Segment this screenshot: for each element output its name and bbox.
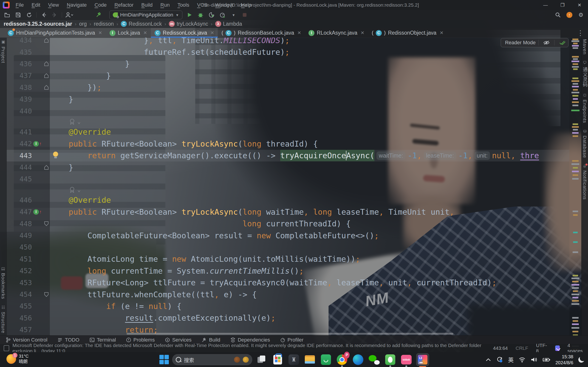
profiler-button[interactable] [219, 11, 226, 19]
toolwindow-button-build[interactable]: Build [202, 337, 220, 343]
menu-item-navigate[interactable]: Navigate [67, 2, 87, 8]
tab-close-icon[interactable]: ✕ [143, 30, 147, 35]
close-button[interactable]: ✕ [571, 0, 588, 10]
menu-item-refactor[interactable]: Refactor [114, 2, 133, 8]
toolwindow-button-terminal[interactable]: Terminal [90, 337, 116, 343]
taskbar-app-game-launcher[interactable]: ♜ [288, 353, 300, 366]
taskbar-app-task-view[interactable] [255, 353, 268, 366]
taskbar-clock[interactable]: 15:38 2024/8/6 [555, 354, 573, 366]
settings-gear-icon[interactable]: ⚙ [577, 11, 585, 19]
ime-indicator[interactable]: 英 [508, 356, 514, 364]
fold-marker-icon[interactable] [43, 38, 50, 43]
fold-marker-icon[interactable] [43, 85, 50, 90]
fold-marker-icon[interactable] [43, 61, 50, 67]
caret-position[interactable]: 443:64 [493, 345, 508, 351]
run-button[interactable] [186, 11, 193, 19]
sidebar-item-project[interactable]: Project [0, 47, 6, 63]
taskbar-app-edge[interactable] [352, 353, 364, 366]
breadcrumb-item-redisson-3-25-2-sources-jar[interactable]: redisson-3.25.2-sources.jar [4, 21, 72, 27]
sidebar-item-endpoints[interactable]: ⛋Endpoints [582, 93, 588, 123]
sync-status-icon[interactable] [496, 357, 503, 363]
sync-icon[interactable] [25, 11, 33, 19]
toolwindow-button-services[interactable]: Services [165, 337, 191, 343]
tab-close-icon[interactable]: ✕ [440, 30, 443, 35]
code-editor[interactable]: 434}, ttl, TimeUnit.MILLISECONDS);435fut… [7, 38, 569, 336]
line-ending-indicator[interactable]: CRLF [516, 345, 528, 351]
hidden-icons-chevron-icon[interactable] [485, 358, 491, 361]
menu-item-tools[interactable]: Tools [178, 2, 189, 8]
accept-checkmark-icon[interactable] [557, 39, 567, 46]
sidebar-item-bookmarks[interactable]: 🕮Bookmarks [0, 267, 6, 299]
breadcrumb-item-redissonlock[interactable]: CRedissonLock [121, 21, 162, 27]
update-available-icon[interactable]: ↑ [566, 12, 572, 18]
open-icon[interactable] [3, 11, 11, 19]
tab-redissonbaselock-java[interactable]: (C)RedissonBaseLock.java✕ [218, 28, 305, 38]
tab-close-icon[interactable]: ✕ [210, 30, 214, 35]
menu-item-run[interactable]: Run [160, 2, 170, 8]
taskbar-app-file-explorer[interactable] [304, 353, 316, 366]
breadcrumb-item-redisson[interactable]: redisson [94, 21, 114, 27]
plugin-status-icon[interactable] [555, 345, 560, 351]
tab-redissonlock-java[interactable]: CRedissonLock.java✕ [151, 28, 218, 38]
toolwindow-button-problems[interactable]: Problems [126, 337, 155, 343]
start-button[interactable] [159, 355, 169, 365]
sidebar-item-maven[interactable]: Maven [582, 39, 588, 55]
menu-item-code[interactable]: Code [95, 2, 107, 8]
user-profile-icon[interactable] [65, 11, 73, 19]
horizontal-scrollbar[interactable] [127, 333, 453, 335]
save-icon[interactable] [14, 11, 22, 19]
sidebar-item-database[interactable]: ⛁Database [582, 129, 588, 158]
taskbar-app-green-v-app[interactable]: ◡ [320, 353, 332, 366]
toolwindow-button-profiler[interactable]: Profiler [280, 337, 304, 343]
breadcrumb-item-org[interactable]: org [79, 21, 87, 27]
toolwindow-button-dependencies[interactable]: Dependencies [230, 337, 270, 343]
menu-item-view[interactable]: View [48, 2, 59, 8]
rendered-doc-toggle-icon[interactable]: ⌄ [69, 186, 81, 193]
forward-icon[interactable] [51, 11, 59, 19]
battery-icon[interactable] [543, 357, 550, 362]
rendered-doc-toggle-icon[interactable]: ⌄ [69, 118, 81, 125]
tab-rlockasync-java[interactable]: IRLockAsync.java✕ [305, 28, 368, 38]
do-not-disturb-moon-icon[interactable] [578, 356, 585, 363]
overriding-method-icon[interactable]: I↑ [32, 141, 43, 147]
sidebar-item-ai[interactable]: 🗩通义灵码 [581, 60, 588, 87]
tab-lock-java[interactable]: ILock.java✕ [106, 28, 151, 38]
fold-marker-icon[interactable] [43, 221, 50, 226]
taskbar-search[interactable]: 搜索 [172, 354, 252, 365]
sidebar-item-structure[interactable]: ☷Structure [0, 305, 6, 333]
menu-item-edit[interactable]: Edit [32, 2, 40, 8]
fold-marker-icon[interactable] [43, 292, 50, 297]
tab-close-icon[interactable]: ✕ [297, 30, 301, 35]
debug-button[interactable] [197, 11, 204, 19]
run-coverage-button[interactable] [208, 11, 216, 19]
search-everywhere-icon[interactable] [554, 11, 562, 19]
taskbar-app-chrome[interactable]: P [336, 353, 348, 366]
menu-item-build[interactable]: Build [141, 2, 153, 8]
menu-item-file[interactable]: File [16, 2, 24, 8]
wifi-icon[interactable] [519, 357, 526, 362]
error-stripe[interactable] [569, 38, 581, 336]
tab-hmdianpingapplicationtests-java[interactable]: CHmDianPingApplicationTests.java✕ [4, 28, 106, 38]
intention-bulb-icon[interactable] [52, 152, 59, 158]
notification-square-icon[interactable] [4, 345, 9, 351]
taskbar-app-bird-app[interactable] [384, 353, 397, 366]
taskbar-app-wechat[interactable] [368, 353, 380, 366]
fold-marker-icon[interactable] [43, 73, 50, 78]
taskbar-app-bilibili[interactable]: bilibili [400, 353, 413, 366]
overriding-method-icon[interactable]: I↑ [32, 209, 43, 215]
breadcrumb-item-trylockasync[interactable]: mtryLockAsync [169, 21, 208, 27]
stop-button[interactable] [241, 11, 249, 19]
tab-close-icon[interactable]: ✕ [361, 30, 364, 35]
volume-icon[interactable] [531, 357, 537, 362]
tab-list-more-icon[interactable]: ⋮ [577, 28, 584, 38]
tab-close-icon[interactable]: ✕ [98, 30, 102, 35]
weather-widget[interactable]: 1 31°C 晴朗 [6, 353, 28, 365]
run-configuration-select[interactable]: HmDianPingApplication ▼ [109, 10, 182, 19]
toolwindow-button-todo[interactable]: TODO [57, 337, 79, 343]
hide-hints-eye-icon[interactable] [541, 39, 552, 46]
taskbar-app-idea[interactable]: IJ [416, 353, 429, 366]
back-icon[interactable] [40, 11, 48, 19]
fold-marker-icon[interactable] [43, 165, 50, 170]
sidebar-item-bell[interactable]: 🕭Notifications [582, 164, 588, 200]
breadcrumb-item-lambda[interactable]: λLambda [215, 21, 242, 27]
